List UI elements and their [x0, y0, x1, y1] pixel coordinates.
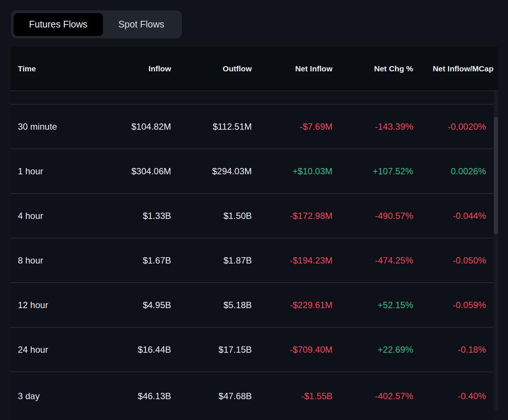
net-chg-cell: -490.57%	[332, 211, 413, 221]
column-header-inflow: Inflow	[90, 64, 171, 73]
net-mcap-cell: -0.40%	[413, 391, 493, 401]
tab-futures-flows[interactable]: Futures Flows	[13, 13, 103, 36]
outflow-cell: $5.18B	[171, 300, 252, 310]
net-mcap-cell: -0.050%	[413, 255, 493, 266]
time-cell: 12 hour	[10, 300, 90, 310]
column-header-net-inflow: Net Inflow	[252, 64, 332, 73]
net-mcap-cell: -0.059%	[413, 300, 493, 310]
time-cell: 1 hour	[10, 166, 90, 177]
tab-spot-flows[interactable]: Spot Flows	[103, 13, 180, 36]
outflow-cell: $1.50B	[171, 211, 252, 221]
inflow-cell: $46.13B	[90, 391, 171, 401]
outflow-cell: $112.51M	[171, 122, 252, 132]
net-inflow-cell: -$1.55B	[252, 391, 332, 401]
net-chg-cell: +107.52%	[332, 166, 413, 177]
table-header-row: Time Inflow Outflow Net Inflow Net Chg %…	[10, 46, 498, 91]
outflow-cell: $294.03M	[171, 166, 252, 177]
column-header-time: Time	[10, 64, 90, 73]
flows-tab-group: Futures Flows Spot Flows	[11, 10, 182, 38]
table-row: 4 hour $1.33B $1.50B -$172.98M -490.57% …	[10, 194, 493, 238]
table-row: 30 minute $104.82M $112.51M -$7.69M -143…	[10, 104, 493, 149]
inflow-cell: $104.82M	[90, 122, 171, 132]
vertical-scrollbar-thumb[interactable]	[494, 117, 498, 234]
column-header-net-chg: Net Chg %	[332, 64, 413, 73]
table-row: 24 hour $16.44B $17.15B -$709.40M +22.69…	[10, 327, 493, 372]
column-header-outflow: Outflow	[171, 64, 252, 73]
table-row: 3 day $46.13B $47.68B -$1.55B -402.57% -…	[10, 372, 493, 420]
inflow-cell: $1.33B	[90, 211, 171, 221]
table-body: 30 minute $104.82M $112.51M -$7.69M -143…	[10, 91, 493, 420]
net-chg-cell: +22.69%	[332, 345, 413, 355]
outflow-cell: $17.15B	[171, 345, 252, 355]
table-row: 8 hour $1.67B $1.87B -$194.23M -474.25% …	[10, 238, 493, 283]
time-cell: 3 day	[10, 391, 90, 401]
time-cell: 8 hour	[10, 255, 90, 266]
net-mcap-cell: -0.18%	[413, 345, 493, 355]
net-mcap-cell: -0.0020%	[413, 122, 493, 132]
vertical-scrollbar-track[interactable]	[494, 91, 498, 411]
table-row: 1 hour $304.06M $294.03M +$10.03M +107.5…	[10, 149, 493, 194]
net-inflow-cell: -$709.40M	[252, 345, 332, 355]
net-inflow-cell: +$10.03M	[252, 166, 332, 177]
time-cell: 24 hour	[10, 345, 90, 355]
net-chg-cell: -474.25%	[332, 255, 413, 266]
net-inflow-cell: -$229.61M	[252, 300, 332, 310]
outflow-cell: $1.87B	[171, 255, 252, 266]
time-cell: 4 hour	[10, 211, 90, 221]
partial-scrolled-row	[10, 91, 493, 104]
flows-table: Time Inflow Outflow Net Inflow Net Chg %…	[10, 46, 498, 420]
inflow-cell: $1.67B	[90, 255, 171, 266]
net-chg-cell: -402.57%	[332, 391, 413, 401]
net-chg-cell: -143.39%	[332, 122, 413, 132]
inflow-cell: $16.44B	[90, 345, 171, 355]
net-mcap-cell: 0.0026%	[413, 166, 493, 177]
net-mcap-cell: -0.044%	[413, 211, 493, 221]
net-inflow-cell: -$194.23M	[252, 255, 332, 266]
net-inflow-cell: -$7.69M	[252, 122, 332, 132]
outflow-cell: $47.68B	[171, 391, 252, 401]
inflow-cell: $4.95B	[90, 300, 171, 310]
column-header-net-inflow-mcap: Net Inflow/MCap	[413, 64, 498, 73]
net-inflow-cell: -$172.98M	[252, 211, 332, 221]
table-row: 12 hour $4.95B $5.18B -$229.61M +52.15% …	[10, 283, 493, 327]
time-cell: 30 minute	[10, 122, 90, 132]
flows-dashboard: Futures Flows Spot Flows Time Inflow Out…	[0, 0, 508, 420]
net-chg-cell: +52.15%	[332, 300, 413, 310]
inflow-cell: $304.06M	[90, 166, 171, 177]
